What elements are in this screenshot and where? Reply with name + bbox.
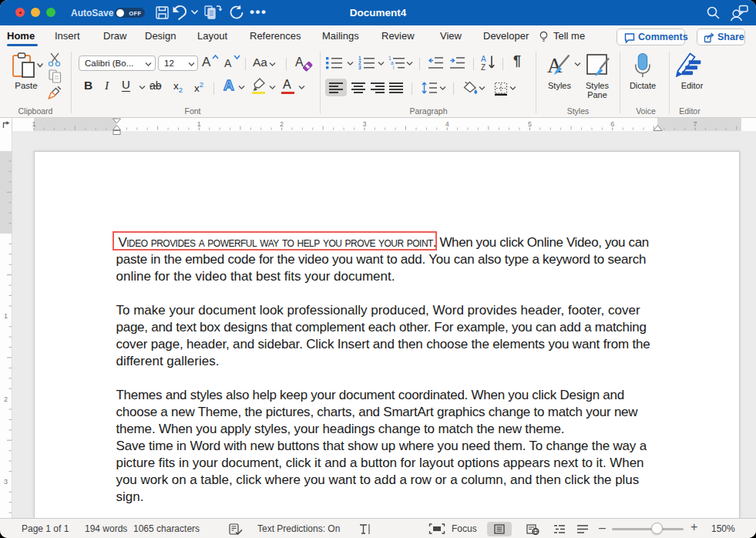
svg-text:3: 3 (362, 120, 366, 128)
svg-text:3: 3 (4, 478, 8, 486)
svg-text:2: 2 (4, 395, 8, 403)
svg-text:7: 7 (694, 120, 697, 128)
svg-text:5: 5 (528, 120, 532, 128)
svg-text:4: 4 (445, 120, 449, 128)
svg-text:3: 3 (358, 65, 361, 69)
svg-text:Z: Z (481, 63, 486, 71)
svg-text:1: 1 (197, 120, 201, 128)
svg-text:2: 2 (280, 120, 284, 128)
svg-text:6: 6 (610, 120, 614, 128)
svg-text:i: i (393, 65, 394, 69)
svg-text:A: A (481, 55, 486, 63)
svg-text:1: 1 (32, 120, 35, 128)
svg-text:1: 1 (4, 312, 8, 320)
